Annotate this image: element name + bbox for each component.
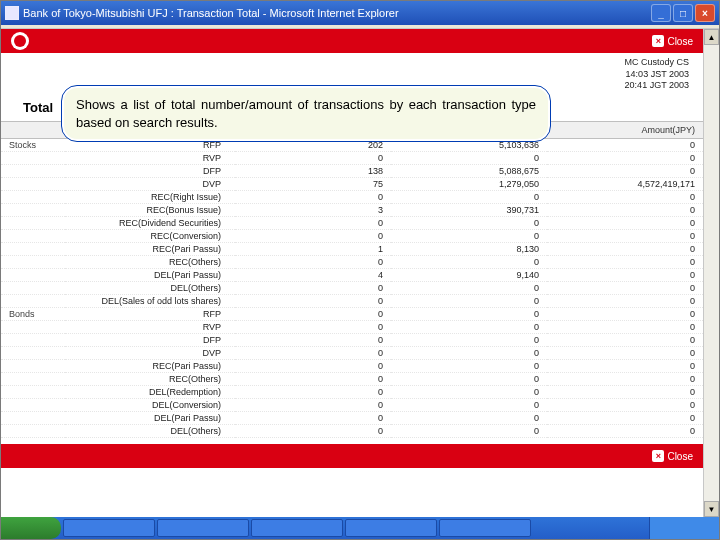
- window-buttons: _ □ ×: [651, 4, 715, 22]
- cell-qty: 0: [391, 308, 547, 321]
- cell-type: REC(Bonus Issue): [65, 204, 235, 217]
- cell-amt: 0: [547, 191, 703, 204]
- table-row: RVP000: [1, 152, 703, 165]
- cell-qty: 0: [391, 334, 547, 347]
- banner-close-button[interactable]: × Close: [652, 450, 693, 462]
- table-row: DEL(Others)000: [1, 425, 703, 438]
- table-row: DFP1385,088,6750: [1, 165, 703, 178]
- task-button[interactable]: [157, 519, 249, 537]
- table-row: REC(Pari Passu)000: [1, 360, 703, 373]
- cell-qty: 0: [391, 347, 547, 360]
- cell-qty: 0: [391, 321, 547, 334]
- taskbar[interactable]: [1, 517, 719, 539]
- col-category: [1, 122, 65, 139]
- cell-category: [1, 334, 65, 347]
- close-icon: ×: [652, 450, 664, 462]
- meta-line: 14:03 JST 2003: [1, 69, 689, 81]
- cell-qty: 0: [391, 282, 547, 295]
- cell-type: DEL(Sales of odd lots shares): [65, 295, 235, 308]
- cell-amt: 0: [547, 269, 703, 282]
- vertical-scrollbar[interactable]: ▲ ▼: [703, 29, 719, 517]
- cell-type: REC(Dividend Securities): [65, 217, 235, 230]
- table-row: REC(Conversion)000: [1, 230, 703, 243]
- page-content: × Close MC Custody CS 14:03 JST 2003 20:…: [1, 29, 719, 519]
- cell-amt: 4,572,419,171: [547, 178, 703, 191]
- banner-close-button[interactable]: × Close: [652, 35, 693, 47]
- cell-category: [1, 178, 65, 191]
- cell-qty: 390,731: [391, 204, 547, 217]
- cell-type: DEL(Conversion): [65, 399, 235, 412]
- cell-category: [1, 321, 65, 334]
- cell-qty: 0: [391, 386, 547, 399]
- table-row: REC(Dividend Securities)000: [1, 217, 703, 230]
- table-row: DVP751,279,0504,572,419,171: [1, 178, 703, 191]
- minimize-button[interactable]: _: [651, 4, 671, 22]
- cell-category: [1, 243, 65, 256]
- mufg-logo-icon: [11, 32, 29, 50]
- scroll-up-icon[interactable]: ▲: [704, 29, 719, 45]
- scroll-track[interactable]: [704, 45, 719, 501]
- totals-table: REC Quantity Amount(JPY) StocksRFP2025,1…: [1, 121, 703, 438]
- system-tray[interactable]: [649, 517, 719, 539]
- cell-amt: 0: [547, 256, 703, 269]
- table-row: DEL(Conversion)000: [1, 399, 703, 412]
- close-label: Close: [667, 451, 693, 462]
- task-button[interactable]: [251, 519, 343, 537]
- table-row: BondsRFP000: [1, 308, 703, 321]
- task-button[interactable]: [439, 519, 531, 537]
- cell-qty: 0: [391, 256, 547, 269]
- maximize-button[interactable]: □: [673, 4, 693, 22]
- table-row: REC(Others)000: [1, 373, 703, 386]
- cell-rec: 4: [235, 269, 391, 282]
- cell-category: [1, 425, 65, 438]
- cell-category: [1, 152, 65, 165]
- meta-line: MC Custody CS: [1, 57, 689, 69]
- window-frame: Bank of Tokyo-Mitsubishi UFJ : Transacti…: [0, 0, 720, 540]
- cell-qty: 0: [391, 230, 547, 243]
- cell-type: DVP: [65, 178, 235, 191]
- window-close-button[interactable]: ×: [695, 4, 715, 22]
- scroll-down-icon[interactable]: ▼: [704, 501, 719, 517]
- cell-rec: 75: [235, 178, 391, 191]
- cell-type: REC(Pari Passu): [65, 360, 235, 373]
- cell-type: RVP: [65, 321, 235, 334]
- cell-rec: 0: [235, 386, 391, 399]
- cell-amt: 0: [547, 347, 703, 360]
- cell-type: DEL(Redemption): [65, 386, 235, 399]
- cell-rec: 1: [235, 243, 391, 256]
- cell-qty: 9,140: [391, 269, 547, 282]
- taskbar-tasks: [61, 517, 649, 539]
- cell-amt: 0: [547, 139, 703, 152]
- cell-rec: 0: [235, 360, 391, 373]
- titlebar[interactable]: Bank of Tokyo-Mitsubishi UFJ : Transacti…: [1, 1, 719, 25]
- cell-rec: 0: [235, 321, 391, 334]
- table-row: REC(Others)000: [1, 256, 703, 269]
- cell-type: RVP: [65, 152, 235, 165]
- cell-amt: 0: [547, 321, 703, 334]
- cell-amt: 0: [547, 360, 703, 373]
- cell-rec: 0: [235, 152, 391, 165]
- cell-category: Bonds: [1, 308, 65, 321]
- cell-qty: 1,279,050: [391, 178, 547, 191]
- table-row: DEL(Redemption)000: [1, 386, 703, 399]
- task-button[interactable]: [63, 519, 155, 537]
- start-button[interactable]: [1, 517, 61, 539]
- cell-rec: 0: [235, 295, 391, 308]
- tooltip-text: Shows a list of total number/amount of t…: [76, 97, 536, 130]
- cell-rec: 0: [235, 334, 391, 347]
- cell-qty: 0: [391, 295, 547, 308]
- cell-amt: 0: [547, 399, 703, 412]
- cell-amt: 0: [547, 230, 703, 243]
- cell-category: [1, 373, 65, 386]
- cell-rec: 0: [235, 256, 391, 269]
- task-button[interactable]: [345, 519, 437, 537]
- cell-rec: 0: [235, 373, 391, 386]
- app-icon: [5, 6, 19, 20]
- cell-type: REC(Others): [65, 373, 235, 386]
- cell-amt: 0: [547, 412, 703, 425]
- cell-type: DEL(Pari Passu): [65, 412, 235, 425]
- table-row: DEL(Pari Passu)000: [1, 412, 703, 425]
- cell-type: REC(Right Issue): [65, 191, 235, 204]
- cell-category: Stocks: [1, 139, 65, 152]
- cell-amt: 0: [547, 373, 703, 386]
